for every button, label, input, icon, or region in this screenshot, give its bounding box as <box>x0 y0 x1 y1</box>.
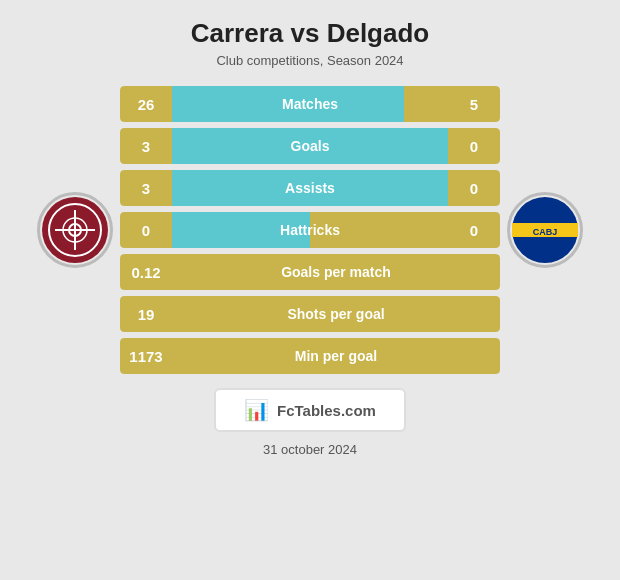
comparison-area: 26Matches53Goals03Assists00Hattricks00.1… <box>30 86 590 374</box>
stat-bar-container: Matches <box>172 86 448 122</box>
svg-text:CABJ: CABJ <box>533 227 558 237</box>
stat-left-value: 0 <box>120 212 172 248</box>
stat-bar-container: Hattricks <box>172 212 448 248</box>
page-subtitle: Club competitions, Season 2024 <box>216 53 403 68</box>
stat-row: 0Hattricks0 <box>120 212 500 248</box>
stat-left-value: 0.12 <box>120 254 172 290</box>
stat-left-value: 3 <box>120 170 172 206</box>
stat-bar-container: Assists <box>172 170 448 206</box>
footer-date: 31 october 2024 <box>263 442 357 457</box>
fctables-banner: 📊 FcTables.com <box>214 388 406 432</box>
stat-label: Shots per goal <box>172 296 500 332</box>
stats-column: 26Matches53Goals03Assists00Hattricks00.1… <box>120 86 500 374</box>
page-title: Carrera vs Delgado <box>191 18 429 49</box>
fctables-text: FcTables.com <box>277 402 376 419</box>
boca-circle: CABJ <box>507 192 583 268</box>
stat-row: 3Assists0 <box>120 170 500 206</box>
stat-label: Hattricks <box>280 222 340 238</box>
fctables-icon: 📊 <box>244 398 269 422</box>
stat-row: 1173Min per goal <box>120 338 500 374</box>
stat-label: Goals <box>291 138 330 154</box>
stat-row: 0.12Goals per match <box>120 254 500 290</box>
stat-right-value: 5 <box>448 86 500 122</box>
stat-label: Min per goal <box>172 338 500 374</box>
stat-left-value: 26 <box>120 86 172 122</box>
left-team-logo <box>30 192 120 268</box>
stat-bar-container: Goals <box>172 128 448 164</box>
stat-row: 26Matches5 <box>120 86 500 122</box>
stat-label: Goals per match <box>172 254 500 290</box>
lanus-circle <box>37 192 113 268</box>
right-team-logo: CABJ <box>500 192 590 268</box>
stat-row: 19Shots per goal <box>120 296 500 332</box>
stat-row: 3Goals0 <box>120 128 500 164</box>
stat-right-value: 0 <box>448 170 500 206</box>
stat-left-value: 1173 <box>120 338 172 374</box>
stat-right-value: 0 <box>448 212 500 248</box>
page-wrapper: Carrera vs Delgado Club competitions, Se… <box>0 0 620 580</box>
stat-left-value: 19 <box>120 296 172 332</box>
stat-label: Assists <box>285 180 335 196</box>
stat-left-value: 3 <box>120 128 172 164</box>
stat-right-value: 0 <box>448 128 500 164</box>
stat-label: Matches <box>282 96 338 112</box>
